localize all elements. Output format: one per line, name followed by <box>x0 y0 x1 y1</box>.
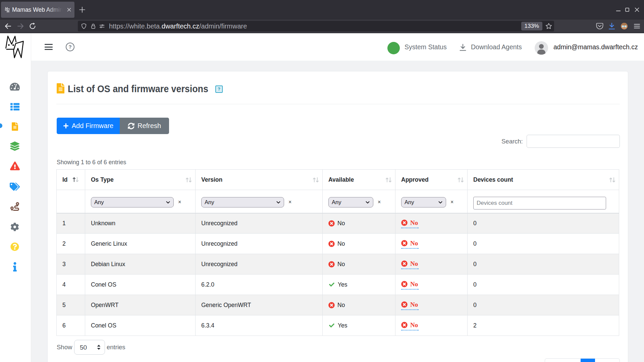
back-button[interactable] <box>4 22 12 30</box>
column-header-available[interactable]: Available <box>323 170 395 190</box>
sidebar-item-settings[interactable] <box>10 222 20 232</box>
approved-status[interactable]: No <box>401 321 419 330</box>
cell-id: 2 <box>57 234 85 254</box>
times-circle-icon <box>401 322 408 328</box>
lock-icon[interactable] <box>90 23 96 29</box>
info-icon <box>13 262 17 272</box>
header-help-icon[interactable]: ? <box>66 43 74 51</box>
sidebar-toggle-hamburger-icon[interactable] <box>45 44 53 51</box>
plus-icon <box>63 123 69 129</box>
forward-button[interactable] <box>17 22 24 30</box>
column-header-os-type[interactable]: Os Type <box>85 170 196 190</box>
sidebar-item-firmware[interactable] <box>10 121 20 131</box>
approved-status[interactable]: No <box>401 280 419 290</box>
title-help-badge[interactable]: ? <box>215 85 223 93</box>
show-label: Show <box>57 340 72 355</box>
pagination-previous[interactable]: Previous <box>545 359 581 362</box>
pagination-next[interactable]: Next <box>595 359 620 362</box>
app-logo[interactable] <box>0 33 31 63</box>
column-header-version[interactable]: Version <box>196 170 323 190</box>
times-circle-icon <box>328 241 335 247</box>
new-tab-button[interactable] <box>78 6 86 14</box>
app-menu-icon[interactable] <box>633 22 641 30</box>
reload-button[interactable] <box>29 22 36 30</box>
downloads-icon[interactable] <box>608 22 616 30</box>
sidebar-item-routes[interactable] <box>10 201 20 212</box>
devices-count-filter-input[interactable] <box>473 197 606 209</box>
sidebar-item-tags[interactable] <box>10 182 20 192</box>
column-header-devices-count[interactable]: Devices count <box>468 170 619 190</box>
sidebar-item-about[interactable] <box>10 262 20 272</box>
pagination-current-page[interactable]: 1 <box>581 359 595 362</box>
sidebar-item-help[interactable] <box>10 242 20 252</box>
search-input[interactable] <box>527 135 620 148</box>
table-row-5[interactable]: 5 OpenWRT Generic OpenWRT No No 0 <box>57 295 619 315</box>
table-row-3[interactable]: 3 Debian Linux Unrecognized No No 0 <box>57 254 619 275</box>
sidebar-item-device-list[interactable] <box>10 102 20 112</box>
layers-icon <box>10 141 19 151</box>
approved-status[interactable]: No <box>401 300 419 310</box>
sort-icon <box>609 177 615 183</box>
cell-available: No <box>323 213 395 234</box>
add-firmware-label: Add Firmware <box>72 122 113 130</box>
permissions-icon[interactable] <box>99 23 105 29</box>
sidebar <box>0 33 31 362</box>
url-bar[interactable]: https://white.beta.dwarftech.cz/admin/fi… <box>78 21 554 32</box>
cell-version: Unrecognized <box>196 254 323 275</box>
column-header-approved[interactable]: Approved <box>395 170 468 190</box>
table-row-4[interactable]: 4 Conel OS 6.2.0 Yes No 0 <box>57 275 619 295</box>
table-row-6[interactable]: 6 Conel OS 6.3.4 Yes No 2 <box>57 315 619 336</box>
table-row-2[interactable]: 2 Generic Linux Unrecognized No No 0 <box>57 234 619 254</box>
user-email[interactable]: admin@mamas.dwarftech.cz <box>553 33 638 61</box>
sort-icon <box>313 177 319 183</box>
table-row-1[interactable]: 1 Unknown Unrecognized No No 0 <box>57 213 619 234</box>
version-filter-clear[interactable]: × <box>288 199 291 205</box>
url-path: /admin/firmware <box>199 22 247 30</box>
times-circle-icon <box>328 220 335 227</box>
sort-icon <box>458 177 464 183</box>
approved-filter-select[interactable]: Any <box>401 197 446 207</box>
bookmark-star-icon[interactable] <box>545 23 552 29</box>
cell-os-type: Conel OS <box>85 315 196 336</box>
sidebar-item-alerts[interactable] <box>10 161 20 171</box>
browser-tab[interactable]: Mamas Web Admin <box>1 2 74 18</box>
approved-filter-clear[interactable]: × <box>450 199 453 205</box>
os-type-filter-clear[interactable]: × <box>178 199 181 205</box>
zoom-level-badge[interactable]: 133% <box>521 22 542 31</box>
approved-status[interactable]: No <box>401 219 419 228</box>
available-filter-select[interactable]: Any <box>328 197 373 207</box>
browser-tab-bar: Mamas Web Admin <box>0 0 644 19</box>
approved-status[interactable]: No <box>401 259 419 269</box>
version-filter-select[interactable]: Any <box>201 197 284 207</box>
cell-approved: No <box>395 295 468 315</box>
user-avatar[interactable] <box>535 41 548 55</box>
os-type-filter-select[interactable]: Any <box>91 197 174 207</box>
column-header-id[interactable]: Id <box>57 170 85 190</box>
tracking-shield-icon[interactable] <box>81 23 87 29</box>
pocket-icon[interactable] <box>596 22 604 30</box>
cell-id: 3 <box>57 254 85 275</box>
window-close-button[interactable] <box>634 6 640 13</box>
window-restore-button[interactable] <box>624 6 631 13</box>
table-header-row: Id Os Type Version Available Approved De… <box>57 170 619 190</box>
filter-cell-devices-count <box>468 190 619 213</box>
add-firmware-button[interactable]: Add Firmware <box>57 118 120 134</box>
window-minimize-button[interactable] <box>615 6 622 13</box>
page-size-select[interactable]: 50 <box>74 340 105 355</box>
route-icon <box>10 202 19 211</box>
system-status-indicator <box>387 42 400 54</box>
download-agents-icon <box>459 44 467 51</box>
cell-version: 6.2.0 <box>196 275 323 295</box>
available-filter-clear[interactable]: × <box>378 199 381 205</box>
sidebar-item-groups[interactable] <box>10 141 20 151</box>
refresh-button[interactable]: Refresh <box>120 118 169 134</box>
account-avatar-icon[interactable] <box>620 22 628 30</box>
tab-close-icon[interactable] <box>66 6 72 13</box>
tags-icon <box>10 183 20 191</box>
sidebar-item-dashboard[interactable] <box>10 81 20 92</box>
app-header: ? System Status Download Agents admin@ma… <box>0 33 644 61</box>
download-agents-link[interactable]: Download Agents <box>471 33 522 61</box>
system-status-label[interactable]: System Status <box>405 33 447 61</box>
approved-status[interactable]: No <box>401 239 419 249</box>
screen: Mamas Web Admin https://white.beta.dwarf… <box>0 0 644 362</box>
